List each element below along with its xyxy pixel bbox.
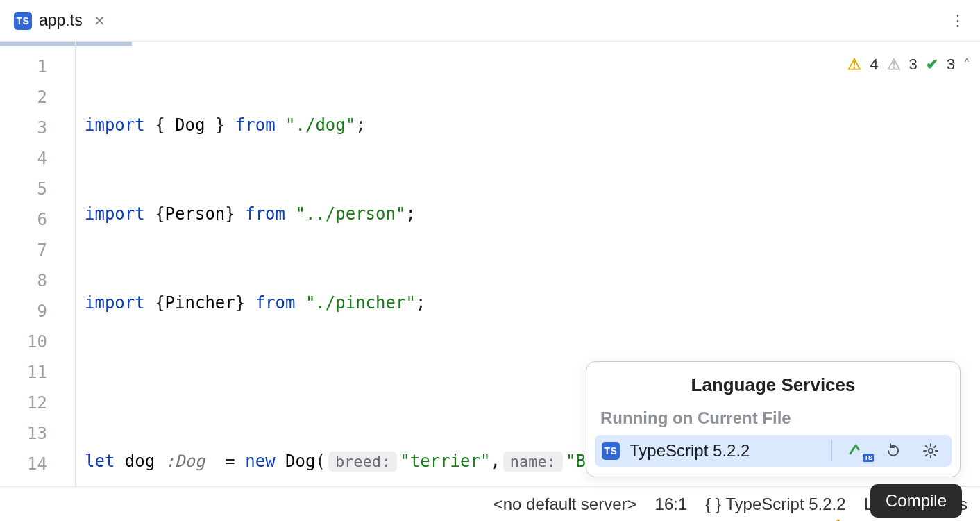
status-bar: <no default server> 16:1 { } TypeScript …	[0, 486, 980, 521]
line-number: 4	[0, 143, 75, 174]
status-server[interactable]: <no default server>	[493, 495, 637, 514]
gutter: 1 2 3 4 5 6 7 8 9 10 11 12 13 14	[0, 42, 76, 486]
keyword: import	[85, 204, 145, 224]
punct: }	[235, 293, 245, 313]
punct: ;	[416, 293, 425, 313]
service-row[interactable]: TS TypeScript 5.2.2 TS 👆	[595, 435, 952, 467]
typescript-service-icon: TS	[602, 442, 620, 460]
service-name: TypeScript 5.2.2	[630, 441, 822, 461]
code-line: import {Person} from "../person";	[85, 199, 980, 229]
separator	[831, 440, 832, 461]
keyword: let	[85, 452, 115, 471]
type: Dog	[285, 452, 315, 471]
line-number: 3	[0, 113, 75, 143]
punct: }	[225, 204, 235, 224]
line-number: 9	[0, 296, 75, 326]
punct: {	[155, 204, 164, 224]
restart-button[interactable]	[879, 443, 907, 459]
punct: ;	[405, 204, 415, 224]
string: "../person"	[295, 204, 405, 224]
settings-button[interactable]	[917, 443, 945, 459]
line-number: 11	[0, 357, 75, 388]
line-number: 14	[0, 449, 75, 479]
param-hint: name:	[503, 452, 563, 472]
punct: (	[315, 452, 325, 471]
typescript-file-icon: TS	[14, 12, 32, 30]
punct: =	[225, 452, 235, 471]
identifier: Dog	[175, 115, 205, 135]
line-number: 5	[0, 174, 75, 204]
line-number: 8	[0, 265, 75, 296]
compile-tooltip: Compile	[870, 484, 962, 518]
file-tab[interactable]: TS app.ts ✕	[6, 7, 114, 34]
punct: {	[155, 293, 164, 313]
popup-subtitle: Running on Current File	[600, 408, 946, 428]
identifier: Pincher	[165, 293, 235, 313]
line-number: 10	[0, 326, 75, 357]
punct: ;	[355, 115, 365, 135]
keyword: import	[85, 115, 145, 135]
string: "./dog"	[285, 115, 355, 135]
code-line: import {Pincher} from "./pincher";	[85, 288, 980, 318]
status-lang[interactable]: { } TypeScript 5.2.2	[705, 495, 845, 514]
identifier: Person	[165, 204, 226, 224]
keyword: from	[245, 204, 285, 224]
line-number: 2	[0, 82, 75, 113]
string: "./pincher"	[305, 293, 416, 313]
line-number: 12	[0, 388, 75, 418]
language-services-popup: Language Services Running on Current Fil…	[586, 361, 961, 477]
line-number: 6	[0, 204, 75, 235]
tab-bar: TS app.ts ✕ ⋮	[0, 0, 980, 42]
punct: ,	[490, 452, 500, 471]
param-hint: breed:	[328, 452, 397, 472]
line-number: 1	[0, 51, 75, 82]
line-number: 7	[0, 235, 75, 265]
keyword: from	[235, 115, 276, 135]
more-menu-icon[interactable]: ⋮	[942, 6, 974, 35]
punct: }	[205, 115, 225, 135]
punct: :	[165, 452, 175, 471]
keyword: new	[245, 452, 275, 471]
type-hint: Dog	[175, 452, 205, 471]
compile-button[interactable]: TS	[842, 443, 870, 459]
identifier: dog	[125, 452, 155, 471]
punct: {	[155, 115, 175, 135]
tab-filename: app.ts	[39, 11, 83, 30]
keyword: from	[255, 293, 296, 313]
line-number: 13	[0, 418, 75, 449]
svg-point-0	[929, 449, 933, 453]
close-tab-icon[interactable]: ✕	[94, 13, 105, 29]
string: "terrier"	[400, 452, 490, 471]
keyword: import	[85, 293, 145, 313]
status-caret[interactable]: 16:1	[655, 495, 688, 514]
popup-title: Language Services	[586, 374, 960, 396]
code-line: import { Dog } from "./dog";	[85, 110, 980, 140]
